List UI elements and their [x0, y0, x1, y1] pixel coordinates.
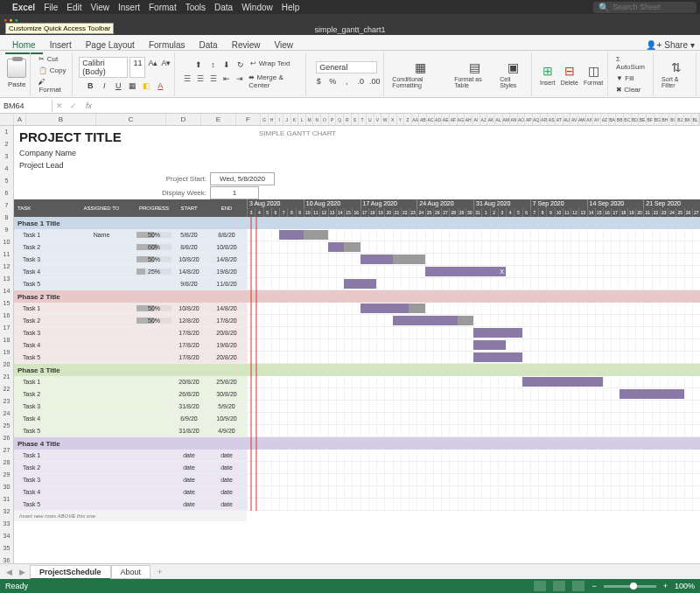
menu-file[interactable]: File: [44, 3, 58, 12]
menu-view[interactable]: View: [91, 3, 110, 12]
phase-title[interactable]: Phase 4 Title: [14, 437, 700, 450]
cell-styles-button[interactable]: ▣Cell Styles: [498, 59, 528, 88]
indent-out-icon[interactable]: ⇤: [220, 73, 232, 85]
menu-format[interactable]: Format: [149, 3, 177, 12]
task-row[interactable]: Task 531/8/204/9/20: [14, 425, 700, 437]
project-start-input[interactable]: Wed, 5/8/2020: [210, 172, 275, 185]
paste-icon[interactable]: [7, 59, 26, 78]
ribbon-tab-view[interactable]: View: [267, 38, 300, 52]
currency-icon[interactable]: $: [312, 75, 325, 87]
zoom-out-icon[interactable]: −: [592, 582, 596, 590]
font-size-select[interactable]: 11: [130, 57, 145, 78]
align-right-icon[interactable]: ☰: [207, 73, 219, 85]
dec-dec-icon[interactable]: .00: [368, 75, 381, 87]
align-center-icon[interactable]: ☰: [194, 73, 206, 85]
project-title[interactable]: PROJECT TITLE: [19, 129, 122, 144]
ribbon-tab-data[interactable]: Data: [192, 38, 225, 52]
menu-tools[interactable]: Tools: [186, 3, 206, 12]
ribbon-tab-review[interactable]: Review: [225, 38, 268, 52]
underline-button[interactable]: U: [112, 80, 124, 92]
zoom-in-icon[interactable]: +: [663, 582, 668, 590]
task-row[interactable]: Task 120/8/2025/8/20: [14, 376, 700, 388]
menu-help[interactable]: Help: [282, 3, 300, 12]
comma-icon[interactable]: ,: [340, 75, 353, 87]
autosum-button[interactable]: Σ AutoSum: [614, 54, 650, 72]
task-row[interactable]: Task 350%10/8/2014/8/20: [14, 254, 700, 266]
ribbon-tab-insert[interactable]: Insert: [43, 38, 79, 52]
search-input[interactable]: [612, 3, 691, 11]
delete-cells-button[interactable]: ⊟Delete: [559, 63, 580, 86]
align-middle-icon[interactable]: ↕: [206, 59, 219, 71]
task-row[interactable]: Task 1Name50%5/8/208/8/20: [14, 229, 700, 241]
format-painter-button[interactable]: 🖌 Format: [37, 77, 69, 94]
align-left-icon[interactable]: ☰: [181, 73, 192, 85]
task-row[interactable]: Task 331/8/205/9/20: [14, 401, 700, 413]
view-layout-icon[interactable]: [553, 581, 565, 591]
insert-cells-button[interactable]: ⊞Insert: [538, 63, 557, 86]
task-row[interactable]: Task 517/8/2020/8/20: [14, 352, 700, 364]
accept-icon[interactable]: ✓: [66, 101, 80, 110]
task-row[interactable]: Task 250%12/8/2017/8/20: [14, 315, 700, 327]
add-sheet-button[interactable]: +: [152, 568, 167, 576]
menu-data[interactable]: Data: [214, 3, 233, 12]
increase-font-icon[interactable]: A▴: [147, 57, 158, 69]
task-row[interactable]: Task 46/9/2010/9/20: [14, 413, 700, 425]
tab-nav-next-icon[interactable]: ▶: [17, 568, 28, 576]
number-format-select[interactable]: General: [316, 61, 377, 73]
task-row[interactable]: Task 2datedate: [14, 462, 700, 474]
task-row[interactable]: Task 59/8/2011/8/20: [14, 278, 700, 290]
sheet-tab-projectschedule[interactable]: ProjectSchedule: [30, 565, 111, 580]
align-bottom-icon[interactable]: ⬇: [220, 59, 233, 71]
task-row[interactable]: Task 150%10/8/2014/8/20: [14, 303, 700, 315]
sort-filter-button[interactable]: ⇅Sort & Filter: [660, 59, 693, 88]
menu-insert[interactable]: Insert: [118, 3, 140, 12]
format-cells-button[interactable]: ◫Format: [582, 63, 605, 86]
task-row[interactable]: Task 5datedate: [14, 499, 700, 511]
paste-button[interactable]: Paste: [6, 80, 27, 89]
share-button[interactable]: 👤+ Share ▾: [646, 40, 695, 50]
menu-edit[interactable]: Edit: [66, 3, 81, 12]
name-box[interactable]: BM64: [0, 100, 52, 112]
orientation-icon[interactable]: ↻: [234, 59, 247, 71]
view-normal-icon[interactable]: [534, 581, 546, 591]
column-headers[interactable]: ABC DEF GHIJKLMNOPQRSTUVWXYZAAABACADAEAF…: [0, 114, 700, 126]
ribbon-tab-page-layout[interactable]: Page Layout: [79, 38, 142, 52]
italic-button[interactable]: I: [98, 80, 110, 92]
conditional-formatting-button[interactable]: ▦Conditional Formatting: [390, 59, 451, 88]
align-top-icon[interactable]: ⬆: [192, 59, 205, 71]
company-name[interactable]: Company Name: [14, 147, 700, 159]
view-break-icon[interactable]: [572, 581, 584, 591]
bold-button[interactable]: B: [84, 80, 96, 92]
phase-title[interactable]: Phase 2 Title: [14, 290, 700, 303]
tab-nav-prev-icon[interactable]: ◀: [4, 568, 15, 576]
task-row[interactable]: Task 417/8/2019/8/20: [14, 339, 700, 352]
task-row[interactable]: Task 425%14/8/2019/8/20X: [14, 266, 700, 278]
dec-inc-icon[interactable]: .0: [354, 75, 367, 87]
task-row[interactable]: Task 317/8/2020/8/20: [14, 327, 700, 339]
task-row[interactable]: Task 226/8/2030/8/20: [14, 388, 700, 401]
zoom-slider[interactable]: [604, 585, 656, 588]
copy-button[interactable]: 📋 Copy: [37, 66, 67, 75]
search-sheet[interactable]: 🔍: [593, 2, 696, 13]
format-as-table-button[interactable]: ▤Format as Table: [452, 59, 496, 88]
border-button[interactable]: ▦: [126, 80, 138, 92]
task-row[interactable]: Task 1datedate: [14, 450, 700, 462]
fill-button[interactable]: ▼ Fill: [614, 73, 635, 83]
font-color-button[interactable]: A: [154, 80, 166, 92]
quick-access-toolbar[interactable]: ● ● ● Customize Quick Access Toolbar: [0, 14, 700, 24]
app-name[interactable]: Excel: [12, 3, 35, 12]
phase-title[interactable]: Phase 3 Title: [14, 364, 700, 376]
font-select[interactable]: Calibri (Body): [79, 57, 128, 78]
indent-in-icon[interactable]: ⇥: [234, 73, 245, 85]
ribbon-tab-formulas[interactable]: Formulas: [142, 38, 192, 52]
fx-icon[interactable]: fx: [80, 101, 97, 110]
sheet-tab-about[interactable]: About: [111, 565, 151, 579]
task-row[interactable]: Task 260%8/8/2010/8/20: [14, 241, 700, 254]
fill-color-button[interactable]: ◧: [140, 80, 152, 92]
zoom-level[interactable]: 100%: [675, 582, 695, 590]
phase-title[interactable]: Phase 1 Title: [14, 217, 700, 229]
merge-button[interactable]: ⬌ Merge & Center: [247, 73, 303, 90]
percent-icon[interactable]: %: [326, 75, 339, 87]
menu-window[interactable]: Window: [242, 3, 273, 12]
project-lead[interactable]: Project Lead: [19, 161, 64, 170]
